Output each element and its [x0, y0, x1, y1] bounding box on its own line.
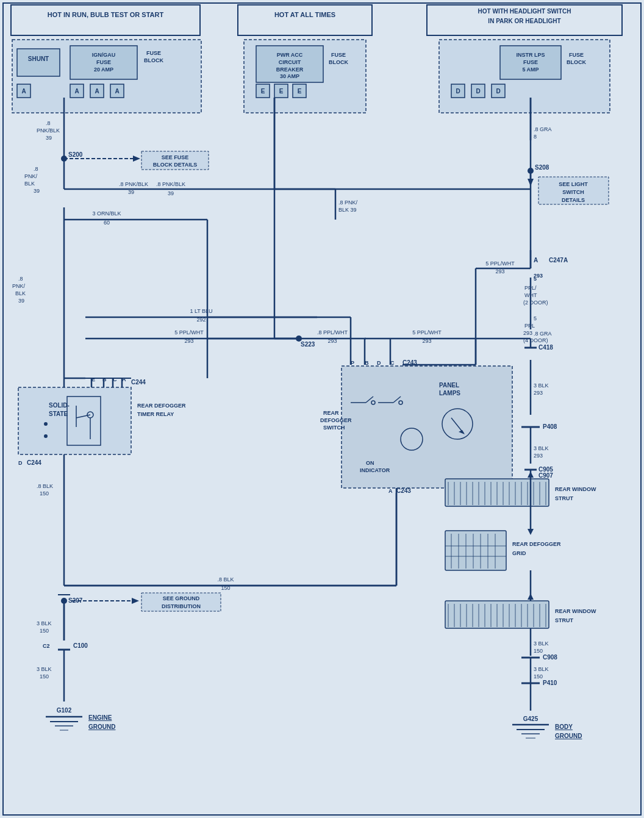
- svg-text:FUSE: FUSE: [146, 50, 161, 56]
- svg-text:DISTRIBUTION: DISTRIBUTION: [162, 603, 201, 609]
- svg-text:C244: C244: [27, 459, 41, 466]
- svg-text:REAR WINDOW: REAR WINDOW: [555, 486, 596, 492]
- svg-text:3 BLK: 3 BLK: [534, 640, 549, 647]
- svg-text:GRID: GRID: [512, 550, 526, 556]
- svg-text:DEFOGGER: DEFOGGER: [320, 417, 352, 423]
- svg-text:293: 293: [495, 268, 504, 274]
- svg-text:C2: C2: [43, 643, 50, 649]
- svg-text:292: 292: [196, 317, 206, 323]
- svg-text:PNK/BLK: PNK/BLK: [37, 127, 60, 134]
- svg-text:A: A: [388, 488, 393, 494]
- svg-text:60: 60: [104, 220, 110, 226]
- svg-point-129: [44, 422, 48, 426]
- svg-text:BLK: BLK: [15, 290, 26, 296]
- svg-text:150: 150: [534, 648, 543, 654]
- svg-text:E: E: [279, 88, 284, 95]
- svg-text:BLOCK: BLOCK: [329, 59, 348, 65]
- svg-text:PANEL: PANEL: [439, 382, 459, 389]
- svg-text:IGN/GAU: IGN/GAU: [92, 52, 116, 58]
- wiring-diagram: HOT IN RUN, BULB TEST OR START HOT AT AL…: [0, 0, 644, 818]
- svg-text:SEE LIGHT: SEE LIGHT: [559, 181, 588, 187]
- svg-text:IN PARK OR HEADLIGHT: IN PARK OR HEADLIGHT: [488, 18, 560, 24]
- svg-text:A: A: [95, 88, 99, 95]
- svg-text:BLOCK DETAILS: BLOCK DETAILS: [153, 162, 197, 168]
- svg-text:REAR: REAR: [323, 410, 339, 416]
- svg-text:C100: C100: [73, 642, 88, 649]
- svg-text:293: 293: [184, 338, 193, 344]
- svg-text:150: 150: [534, 673, 543, 680]
- svg-text:A: A: [74, 88, 79, 95]
- svg-text:TIMER RELAY: TIMER RELAY: [137, 411, 174, 417]
- svg-text:STRUT: STRUT: [555, 495, 573, 501]
- svg-text:(2 DOOR): (2 DOOR): [523, 300, 548, 306]
- svg-text:REAR WINDOW: REAR WINDOW: [555, 608, 596, 614]
- svg-text:FUSE: FUSE: [96, 59, 111, 65]
- svg-text:8: 8: [534, 134, 537, 140]
- svg-text:3 ORN/BLK: 3 ORN/BLK: [92, 210, 121, 217]
- svg-text:FUSE: FUSE: [331, 52, 346, 58]
- svg-point-130: [44, 434, 48, 438]
- svg-text:39: 39: [128, 189, 134, 195]
- svg-text:1 LT BLU: 1 LT BLU: [190, 308, 212, 314]
- svg-text:293: 293: [327, 338, 337, 344]
- svg-text:ON: ON: [366, 460, 374, 466]
- svg-text:5 AMP: 5 AMP: [522, 66, 538, 73]
- svg-rect-235: [445, 531, 506, 570]
- svg-text:SWITCH: SWITCH: [562, 189, 584, 195]
- svg-text:SEE GROUND: SEE GROUND: [163, 595, 200, 601]
- svg-text:5: 5: [534, 315, 537, 321]
- svg-text:FUSE: FUSE: [569, 52, 584, 58]
- svg-text:PPL: PPL: [524, 323, 535, 329]
- svg-text:S200: S200: [68, 151, 83, 158]
- svg-text:BLOCK: BLOCK: [144, 57, 163, 63]
- svg-text:20 AMP: 20 AMP: [94, 66, 113, 73]
- svg-text:C908: C908: [543, 654, 557, 661]
- svg-rect-9: [17, 49, 60, 76]
- svg-text:.8: .8: [46, 120, 51, 126]
- svg-text:G102: G102: [57, 707, 72, 714]
- svg-text:D: D: [476, 88, 480, 95]
- svg-text:REAR DEFOGGER: REAR DEFOGGER: [512, 541, 561, 547]
- svg-text:.8 BLK: .8 BLK: [217, 576, 234, 583]
- svg-text:E: E: [298, 88, 302, 95]
- svg-text:.8: .8: [18, 276, 23, 282]
- svg-text:293: 293: [534, 453, 543, 459]
- svg-text:C418: C418: [538, 344, 553, 351]
- svg-text:3 BLK: 3 BLK: [534, 445, 549, 451]
- svg-text:INDICATOR: INDICATOR: [360, 467, 390, 473]
- svg-text:A: A: [534, 257, 538, 264]
- svg-text:39: 39: [46, 135, 52, 141]
- svg-text:A: A: [115, 88, 119, 95]
- svg-text:WHT: WHT: [524, 292, 537, 298]
- svg-text:GROUND: GROUND: [88, 723, 115, 730]
- svg-text:REAR DEFOGGER: REAR DEFOGGER: [137, 403, 186, 409]
- svg-text:.8 GRA: .8 GRA: [534, 331, 552, 337]
- svg-text:PNK/: PNK/: [12, 283, 26, 289]
- svg-text:BODY: BODY: [555, 723, 573, 730]
- svg-text:D: D: [18, 460, 23, 466]
- svg-text:PNK/: PNK/: [24, 173, 38, 179]
- svg-text:SHUNT: SHUNT: [28, 56, 49, 62]
- svg-text:S223: S223: [301, 341, 315, 348]
- svg-text:SWITCH: SWITCH: [323, 425, 345, 431]
- svg-text:INSTR LPS: INSTR LPS: [516, 52, 545, 58]
- svg-text:PPL/: PPL/: [524, 285, 537, 291]
- svg-text:39: 39: [34, 188, 40, 194]
- svg-text:HOT IN RUN, BULB TEST OR START: HOT IN RUN, BULB TEST OR START: [48, 11, 164, 18]
- svg-text:C244: C244: [131, 379, 146, 386]
- svg-text:DETAILS: DETAILS: [562, 197, 585, 203]
- svg-text:SEE FUSE: SEE FUSE: [162, 154, 189, 160]
- svg-text:ENGINE: ENGINE: [88, 714, 112, 721]
- svg-text:3 BLK: 3 BLK: [37, 666, 52, 672]
- svg-text:5 PPL/WHT: 5 PPL/WHT: [412, 329, 442, 335]
- svg-text:HOT WITH HEADLIGHT SWITCH: HOT WITH HEADLIGHT SWITCH: [478, 8, 571, 15]
- svg-text:FUSE: FUSE: [523, 59, 538, 65]
- svg-text:293: 293: [523, 330, 532, 336]
- svg-text:293: 293: [534, 273, 543, 279]
- svg-text:A: A: [21, 88, 26, 95]
- svg-text:D: D: [496, 88, 500, 95]
- svg-rect-121: [18, 387, 131, 454]
- svg-text:.8 PNK/: .8 PNK/: [338, 199, 358, 206]
- svg-text:5 PPL/WHT: 5 PPL/WHT: [174, 329, 204, 335]
- svg-text:150: 150: [40, 673, 49, 680]
